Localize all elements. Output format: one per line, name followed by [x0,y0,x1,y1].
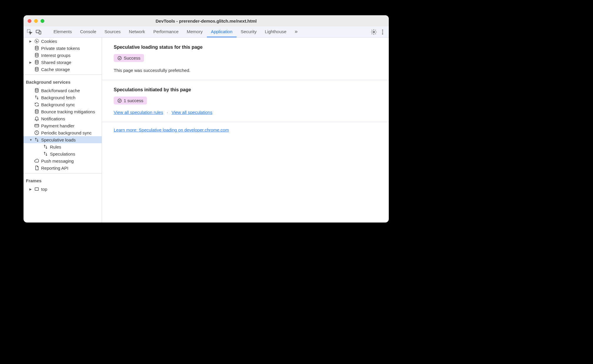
status-badge-label: Success [124,55,140,60]
db-icon [34,60,39,65]
sidebar-item-shared-storage[interactable]: Shared storage [24,59,102,66]
tab-console[interactable]: Console [76,26,100,37]
learn-more-link[interactable]: Learn more: Speculative loading on devel… [114,127,229,132]
sidebar[interactable]: CookiesPrivate state tokensInterest grou… [24,38,102,223]
svg-rect-17 [35,124,39,127]
sidebar-item-notifications[interactable]: Notifications [24,115,102,122]
separator-dot: · [167,110,168,115]
sidebar-item-label: top [41,187,47,192]
svg-point-5 [382,31,383,33]
minimize-button[interactable] [34,19,38,23]
titlebar: DevTools - prerender-demos.glitch.me/nex… [24,15,389,26]
body: CookiesPrivate state tokensInterest grou… [24,38,389,223]
sidebar-item-label: Interest groups [41,53,71,58]
view-rules-link[interactable]: View all speculation rules [114,110,163,115]
svg-point-14 [35,67,38,69]
svg-point-7 [35,39,39,43]
sidebar-item-label: Cookies [41,39,57,44]
tab-network[interactable]: Network [125,26,149,37]
svg-point-21 [118,99,121,102]
svg-point-13 [35,60,38,62]
doc-icon [34,165,39,171]
close-button[interactable] [28,19,31,23]
svg-rect-19 [35,188,38,191]
tab-lighthouse[interactable]: Lighthouse [261,26,290,37]
svg-point-6 [382,33,383,34]
sidebar-item-label: Reporting API [41,166,68,171]
gear-icon[interactable] [371,29,377,35]
inspect-icon[interactable] [26,29,33,35]
tab-application[interactable]: Application [207,26,237,37]
view-speculations-link[interactable]: View all speculations [172,110,212,115]
sync-icon [34,102,39,107]
sidebar-item-interest-groups[interactable]: Interest groups [24,52,102,59]
svg-point-11 [35,46,38,48]
kebab-menu-icon[interactable] [379,29,386,35]
frame-icon [34,186,39,192]
sidebar-item-label: Background sync [41,102,75,107]
chevron-down-icon [29,138,32,141]
db-icon [34,45,39,51]
chevron-right-icon [29,188,32,191]
window-title: DevTools - prerender-demos.glitch.me/nex… [24,18,389,23]
sidebar-item-speculative-loads[interactable]: Speculative loads [24,136,102,143]
main-panel: Speculative loading status for this page… [102,38,389,223]
section-frames: Frames [24,175,102,186]
tab-memory[interactable]: Memory [183,26,207,37]
sidebar-item-cookies[interactable]: Cookies [24,38,102,45]
device-toggle-icon[interactable] [35,29,42,35]
learn-section: Learn more: Speculative loading on devel… [102,122,389,138]
initiated-badge: 1 success [114,97,147,105]
sidebar-item-rules[interactable]: Rules [24,143,102,150]
db-icon [34,67,39,72]
sidebar-item-bounce-tracking-mitigations[interactable]: Bounce tracking mitigations [24,108,102,115]
sidebar-item-speculations[interactable]: Speculations [24,150,102,157]
tab-overflow[interactable]: » [291,26,302,37]
toolbar: Elements Console Sources Network Perform… [24,26,389,38]
traffic-lights [28,19,44,23]
sidebar-item-reporting-api[interactable]: Reporting API [24,164,102,171]
tab-performance[interactable]: Performance [149,26,183,37]
updown-icon [43,144,48,149]
svg-point-15 [35,88,38,90]
sidebar-item-payment-handler[interactable]: Payment handler [24,122,102,129]
status-section: Speculative loading status for this page… [102,38,389,80]
sidebar-item-back-forward-cache[interactable]: Back/forward cache [24,87,102,94]
svg-point-16 [35,109,38,111]
sidebar-item-label: Notifications [41,116,65,121]
sidebar-item-label: Shared storage [41,60,71,65]
updown-icon [43,151,48,156]
sidebar-item-push-messaging[interactable]: Push messaging [24,157,102,164]
updown-icon [34,95,39,100]
sidebar-item-label: Cache storage [41,67,70,72]
initiated-section: Speculations initiated by this page 1 su… [102,80,389,122]
initiated-heading: Speculations initiated by this page [114,87,377,92]
sidebar-item-background-fetch[interactable]: Background fetch [24,94,102,101]
tab-security[interactable]: Security [237,26,261,37]
speculation-links: View all speculation rules · View all sp… [114,110,377,115]
status-badge: Success [114,54,144,62]
divider [24,75,102,75]
sidebar-item-label: Background fetch [41,95,76,100]
sidebar-item-top[interactable]: top [24,186,102,193]
bell-icon [34,116,39,121]
sidebar-item-periodic-background-sync[interactable]: Periodic background sync [24,129,102,136]
tab-sources[interactable]: Sources [100,26,125,37]
chevron-right-icon [29,40,32,43]
card-icon [34,123,39,128]
sidebar-item-label: Speculative loads [41,137,76,142]
tab-bar: Elements Console Sources Network Perform… [49,26,302,37]
sidebar-item-label: Speculations [50,151,75,156]
svg-point-9 [37,41,38,42]
sidebar-item-private-state-tokens[interactable]: Private state tokens [24,45,102,52]
devtools-window: DevTools - prerender-demos.glitch.me/nex… [24,15,389,223]
db-icon [34,53,39,58]
sidebar-item-cache-storage[interactable]: Cache storage [24,66,102,73]
maximize-button[interactable] [41,19,44,23]
sidebar-item-background-sync[interactable]: Background sync [24,101,102,108]
tab-elements[interactable]: Elements [49,26,76,37]
cloud-icon [34,158,39,164]
sidebar-item-label: Payment handler [41,123,74,128]
sidebar-item-label: Rules [50,144,61,149]
status-text: This page was successfully prefetched. [114,68,377,73]
